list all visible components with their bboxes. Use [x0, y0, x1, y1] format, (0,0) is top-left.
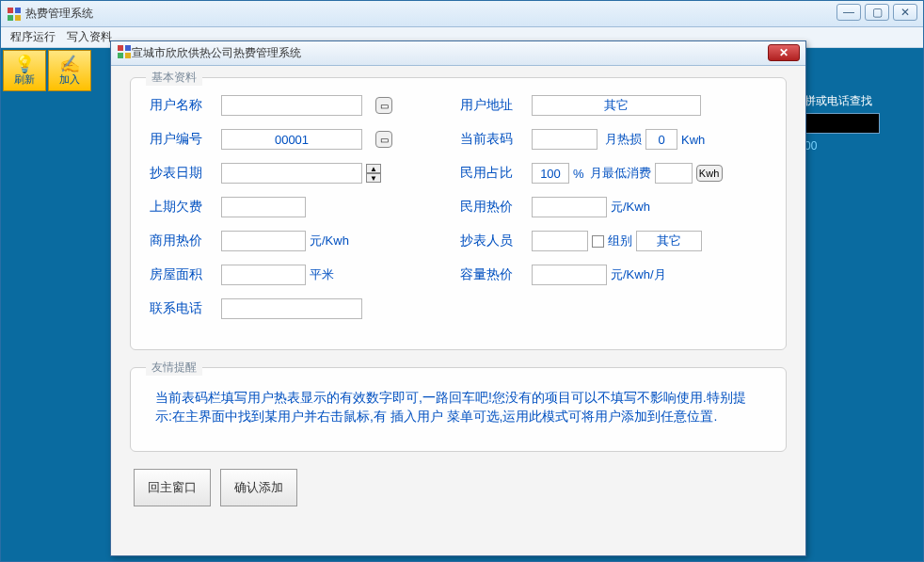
main-window-title: 热费管理系统 [25, 6, 93, 22]
app-icon [7, 7, 22, 22]
cap-price-unit: 元/Kwh/月 [611, 266, 666, 283]
menu-run[interactable]: 程序运行 [7, 27, 59, 47]
user-name-input[interactable] [221, 95, 362, 116]
record-count: 00 [805, 139, 917, 153]
month-min-label: 月最低消费 [590, 165, 651, 182]
tip-legend: 友情提醒 [146, 360, 202, 376]
toolbar-add-button[interactable]: ✍ 加入 [48, 50, 91, 91]
biz-price-unit: 元/Kwh [310, 233, 349, 249]
biz-price-input[interactable] [221, 231, 306, 251]
read-date-input[interactable] [221, 163, 362, 184]
add-user-dialog: 宣城市欣欣供热公司热费管理系统 ✕ 基本资料 用户名称 ▭ [110, 40, 806, 556]
dialog-app-icon [117, 44, 132, 62]
svg-rect-5 [125, 45, 131, 51]
basic-info-legend: 基本资料 [146, 70, 202, 86]
cap-price-label: 容量热价 [460, 266, 528, 283]
month-heat-loss-label: 月热损 [605, 131, 642, 148]
group-checkbox[interactable] [592, 235, 604, 248]
maximize-button[interactable]: ▢ [865, 4, 889, 21]
svg-rect-1 [15, 8, 21, 13]
tip-group: 友情提醒 当前表码栏填写用户热表显示的有效数字即可,一路回车吧!您没有的项目可以… [130, 367, 787, 452]
civil-ratio-label: 民用占比 [460, 165, 528, 182]
lightbulb-icon: 💡 [14, 56, 35, 72]
cap-price-input[interactable] [532, 265, 607, 285]
right-search-pane: 拼或电话查找 00 [805, 93, 917, 153]
month-min-kwh-button[interactable]: Kwh [696, 165, 723, 182]
civil-ratio-unit: % [573, 167, 584, 181]
toolbar-add-label: 加入 [59, 72, 80, 87]
read-date-label: 抄表日期 [150, 165, 217, 182]
spinner-down-icon[interactable]: ▼ [366, 173, 381, 183]
month-min-input[interactable] [655, 163, 693, 184]
group-check-label: 组别 [608, 233, 632, 249]
user-no-input[interactable] [221, 129, 362, 150]
svg-rect-0 [8, 8, 13, 13]
biz-price-label: 商用热价 [150, 233, 217, 249]
search-label: 拼或电话查找 [805, 93, 917, 109]
civil-ratio-input[interactable] [532, 163, 569, 184]
toolbar-refresh-button[interactable]: 💡 刷新 [3, 50, 46, 91]
civil-price-unit: 元/Kwh [611, 199, 650, 216]
svg-rect-7 [125, 53, 131, 58]
user-name-label: 用户名称 [150, 97, 217, 114]
dialog-close-button[interactable]: ✕ [768, 44, 800, 61]
reader-label: 抄表人员 [460, 233, 528, 249]
edit-icon: ✍ [59, 56, 80, 72]
svg-rect-4 [118, 45, 123, 51]
window-controls: — ▢ ✕ [836, 4, 917, 21]
dialog-body: 基本资料 用户名称 ▭ 用户编号 [111, 66, 805, 518]
tip-text: 当前表码栏填写用户热表显示的有效数字即可,一路回车吧!您没有的项目可以不填写不影… [150, 385, 767, 429]
user-addr-input[interactable] [532, 95, 701, 116]
month-heat-loss-input[interactable] [645, 129, 677, 150]
phone-label: 联系电话 [150, 300, 217, 317]
read-date-spinner[interactable]: ▲ ▼ [366, 164, 381, 183]
back-button[interactable]: 回主窗口 [134, 469, 211, 506]
user-name-lookup-button[interactable]: ▭ [375, 97, 392, 114]
group-input[interactable] [636, 231, 702, 251]
area-input[interactable] [221, 265, 306, 285]
current-reading-label: 当前表码 [460, 131, 528, 148]
close-button[interactable]: ✕ [893, 4, 917, 21]
civil-price-label: 民用热价 [460, 199, 528, 216]
current-reading-input[interactable] [532, 129, 597, 150]
basic-info-group: 基本资料 用户名称 ▭ 用户编号 [130, 77, 787, 350]
svg-rect-2 [8, 15, 13, 21]
phone-input[interactable] [221, 298, 362, 319]
minimize-button[interactable]: — [836, 4, 861, 21]
spinner-up-icon[interactable]: ▲ [366, 164, 381, 173]
svg-rect-6 [118, 53, 123, 58]
menu-write[interactable]: 写入资料 [63, 27, 116, 47]
dialog-button-row: 回主窗口 确认添加 [134, 469, 787, 506]
search-input[interactable] [805, 113, 880, 134]
user-addr-label: 用户地址 [460, 97, 528, 114]
toolbar-refresh-label: 刷新 [14, 72, 35, 87]
area-unit: 平米 [310, 266, 334, 283]
month-heat-loss-unit: Kwh [681, 133, 705, 147]
user-no-label: 用户编号 [150, 131, 217, 148]
user-no-lookup-button[interactable]: ▭ [375, 131, 392, 148]
last-debt-label: 上期欠费 [150, 199, 217, 216]
last-debt-input[interactable] [221, 197, 306, 217]
dialog-titlebar: 宣城市欣欣供热公司热费管理系统 ✕ [111, 41, 805, 66]
area-label: 房屋面积 [150, 266, 217, 283]
main-window: 热费管理系统 — ▢ ✕ 程序运行 写入资料 💡 刷新 ✍ 加入 拼或电话查找 … [0, 0, 924, 562]
dialog-title: 宣城市欣欣供热公司热费管理系统 [132, 45, 301, 61]
svg-rect-3 [15, 15, 21, 21]
civil-price-input[interactable] [532, 197, 607, 217]
main-titlebar: 热费管理系统 — ▢ ✕ [1, 1, 923, 27]
confirm-add-button[interactable]: 确认添加 [220, 469, 297, 506]
reader-input[interactable] [532, 231, 588, 251]
